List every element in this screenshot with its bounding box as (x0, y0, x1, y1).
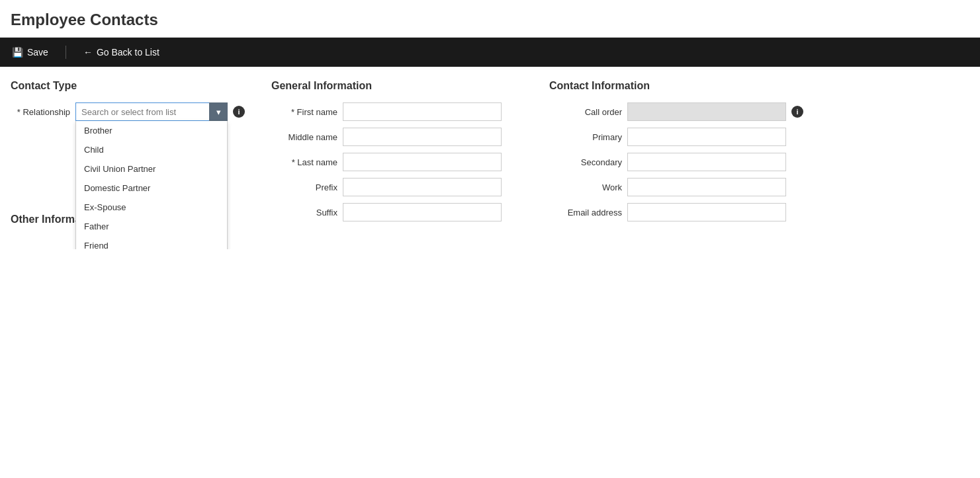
contact-type-section: Contact Type * Relationship ▾ Brother Ch… (11, 80, 245, 236)
save-label: Save (27, 47, 48, 58)
list-item[interactable]: Brother (76, 121, 227, 140)
call-order-row: Call order i (549, 102, 827, 121)
middle-name-input[interactable] (343, 128, 502, 146)
back-arrow-icon: ← (83, 47, 93, 58)
primary-input[interactable] (627, 128, 786, 146)
work-row: Work (549, 178, 827, 196)
call-order-label: Call order (549, 107, 622, 117)
primary-row: Primary (549, 128, 827, 146)
toolbar: 💾 Save ← Go Back to List (0, 38, 980, 67)
middle-name-row: Middle name (271, 128, 523, 146)
list-item[interactable]: Ex-Spouse (76, 198, 227, 217)
relationship-dropdown-list: Brother Child Civil Union Partner Domest… (75, 121, 228, 249)
list-item[interactable]: Civil Union Partner (76, 159, 227, 179)
save-icon: 💾 (12, 47, 23, 58)
secondary-label: Secondary (549, 157, 622, 167)
page-title: Employee Contacts (0, 0, 980, 38)
list-item[interactable]: Child (76, 140, 227, 159)
general-information-section: General Information * First name Middle … (271, 80, 523, 236)
go-back-button[interactable]: ← Go Back to List (79, 44, 163, 60)
secondary-row: Secondary (549, 153, 827, 171)
first-name-label: * First name (271, 107, 337, 117)
call-order-info-icon[interactable]: i (791, 106, 803, 118)
relationship-dropdown-toggle[interactable]: ▾ (209, 102, 228, 121)
relationship-info-icon[interactable]: i (233, 106, 245, 118)
contact-information-title: Contact Information (549, 80, 827, 92)
suffix-row: Suffix (271, 203, 523, 221)
chevron-down-icon: ▾ (216, 107, 221, 117)
list-item[interactable]: Friend (76, 236, 227, 249)
first-name-row: * First name (271, 102, 523, 121)
work-label: Work (549, 182, 622, 192)
secondary-input[interactable] (627, 153, 786, 171)
relationship-dropdown-container: ▾ Brother Child Civil Union Partner Dome… (75, 102, 228, 121)
work-input[interactable] (627, 178, 786, 196)
contact-type-title: Contact Type (11, 80, 245, 92)
prefix-input[interactable] (343, 178, 502, 196)
last-name-label: * Last name (271, 157, 337, 167)
email-input[interactable] (627, 203, 786, 221)
go-back-label: Go Back to List (97, 47, 159, 58)
prefix-row: Prefix (271, 178, 523, 196)
email-label: Email address (549, 208, 622, 218)
relationship-label: * Relationship (11, 107, 70, 117)
primary-label: Primary (549, 132, 622, 142)
first-name-input[interactable] (343, 102, 502, 121)
email-row: Email address (549, 203, 827, 221)
suffix-label: Suffix (271, 208, 337, 218)
middle-name-label: Middle name (271, 132, 337, 142)
toolbar-divider (66, 46, 66, 59)
call-order-input (627, 102, 786, 121)
suffix-input[interactable] (343, 203, 502, 221)
content-area: Contact Type * Relationship ▾ Brother Ch… (0, 67, 980, 249)
general-information-title: General Information (271, 80, 523, 92)
list-item[interactable]: Father (76, 217, 227, 236)
save-button[interactable]: 💾 Save (8, 44, 52, 60)
list-item[interactable]: Domestic Partner (76, 179, 227, 198)
last-name-row: * Last name (271, 153, 523, 171)
prefix-label: Prefix (271, 182, 337, 192)
relationship-search-input[interactable] (75, 102, 228, 121)
contact-information-section: Contact Information Call order i Primary… (549, 80, 827, 236)
relationship-row: * Relationship ▾ Brother Child Civil Uni… (11, 102, 245, 121)
last-name-input[interactable] (343, 153, 502, 171)
